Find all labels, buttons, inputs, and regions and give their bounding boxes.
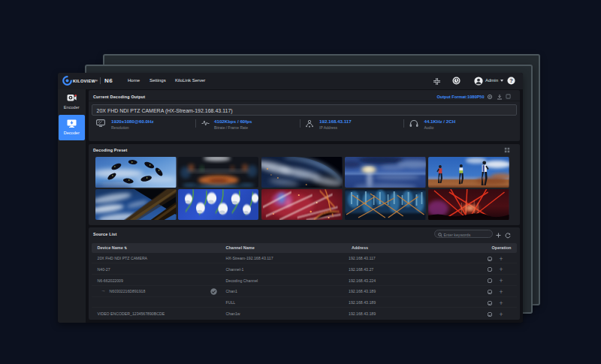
svg-text:?: ? <box>509 77 513 84</box>
